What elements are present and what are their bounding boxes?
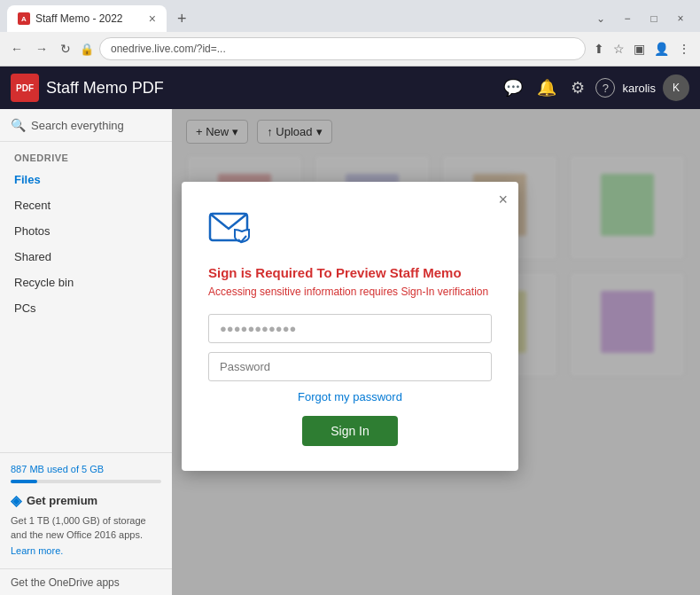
sidebar-item-shared[interactable]: Shared xyxy=(0,244,172,270)
email-field[interactable] xyxy=(208,314,492,343)
address-input[interactable] xyxy=(99,37,586,60)
back-button[interactable]: ← xyxy=(7,38,27,59)
sidebar-item-recycle-bin[interactable]: Recycle bin xyxy=(0,270,172,295)
modal-close-button[interactable]: × xyxy=(498,191,508,209)
sidebar-section-label: OneDrive xyxy=(0,142,172,167)
profile-icon[interactable]: 👤 xyxy=(651,39,672,59)
window-controls: ⌄ − □ × xyxy=(588,10,693,27)
onedrive-apps-link[interactable]: Get the OneDrive apps xyxy=(0,568,172,595)
menu-icon[interactable]: ⋮ xyxy=(675,39,693,59)
sign-in-button[interactable]: Sign In xyxy=(302,416,398,446)
premium-section: ◈ Get premium Get 1 TB (1,000 GB) of sto… xyxy=(11,492,161,558)
browser-chrome: A Staff Memo - 2022 × + ⌄ − □ × ← → ↻ 🔒 … xyxy=(0,0,700,67)
modal-subtitle: Accessing sensitive information requires… xyxy=(208,286,492,298)
password-field[interactable] xyxy=(208,352,492,381)
sidebar-item-photos[interactable]: Photos xyxy=(0,218,172,244)
forward-button[interactable]: → xyxy=(32,38,51,59)
minimize-button[interactable]: − xyxy=(615,10,640,27)
app-logo: PDF Staff Memo PDF xyxy=(11,74,164,102)
mail-shield-icon xyxy=(208,207,258,249)
modal-overlay: × Sign is Required To Preview Staff Memo… xyxy=(172,109,700,595)
app-title: Staff Memo PDF xyxy=(46,79,164,98)
sidebar-bottom: 887 MB used of 5 GB ◈ Get premium Get 1 … xyxy=(0,452,172,568)
storage-bar-fill xyxy=(11,480,37,483)
sign-in-modal: × Sign is Required To Preview Staff Memo… xyxy=(182,182,518,471)
tab-title: Staff Memo - 2022 xyxy=(35,12,144,25)
bell-icon[interactable]: 🔔 xyxy=(533,74,560,101)
storage-bar-background xyxy=(11,480,161,483)
tab-favicon: A xyxy=(18,12,30,25)
storage-label: 887 MB used of 5 GB xyxy=(11,464,161,474)
address-icons: ⬆ ☆ ▣ 👤 ⋮ xyxy=(591,39,693,59)
main-content: + New ▾ ↑ Upload ▾ xyxy=(172,109,700,595)
logo-text: PDF xyxy=(16,83,34,93)
learn-more-link[interactable]: Learn more. xyxy=(11,545,63,556)
sidebar: 🔍 Search everything OneDrive Files Recen… xyxy=(0,109,172,595)
close-button[interactable]: × xyxy=(668,10,693,27)
lock-icon: 🔒 xyxy=(80,43,94,56)
chevron-down-icon[interactable]: ⌄ xyxy=(588,10,613,27)
header-icons: 💬 🔔 ⚙ ? karolis K xyxy=(500,74,689,101)
search-label: Search everything xyxy=(31,119,124,132)
tab-close-button[interactable]: × xyxy=(149,12,156,26)
split-view-icon[interactable]: ▣ xyxy=(631,39,648,59)
maximize-button[interactable]: □ xyxy=(642,10,666,27)
active-tab[interactable]: A Staff Memo - 2022 × xyxy=(7,5,167,32)
username: karolis xyxy=(622,82,656,95)
diamond-icon: ◈ xyxy=(11,492,21,509)
forgot-password-link[interactable]: Forgot my password xyxy=(208,390,492,403)
modal-title: Sign is Required To Preview Staff Memo xyxy=(208,265,492,280)
premium-title: ◈ Get premium xyxy=(11,492,161,509)
tab-bar: A Staff Memo - 2022 × + ⌄ − □ × xyxy=(0,0,700,32)
sidebar-item-files[interactable]: Files xyxy=(0,167,172,192)
share-icon[interactable]: ⬆ xyxy=(591,39,607,59)
logo-icon: PDF xyxy=(11,74,39,102)
app-header: PDF Staff Memo PDF 💬 🔔 ⚙ ? karolis K xyxy=(0,67,700,109)
sidebar-item-pcs[interactable]: PCs xyxy=(0,295,172,321)
search-bar[interactable]: 🔍 Search everything xyxy=(0,109,172,142)
chat-icon[interactable]: 💬 xyxy=(500,74,526,101)
new-tab-button[interactable]: + xyxy=(170,8,194,30)
address-bar: ← → ↻ 🔒 ⬆ ☆ ▣ 👤 ⋮ xyxy=(0,32,700,66)
refresh-button[interactable]: ↻ xyxy=(57,38,74,59)
search-icon: 🔍 xyxy=(11,118,26,132)
app-container: PDF Staff Memo PDF 💬 🔔 ⚙ ? karolis K 🔍 S… xyxy=(0,67,700,595)
avatar[interactable]: K xyxy=(663,74,689,101)
premium-description: Get 1 TB (1,000 GB) of storage and the n… xyxy=(11,514,161,542)
app-body: 🔍 Search everything OneDrive Files Recen… xyxy=(0,109,700,595)
sidebar-item-recent[interactable]: Recent xyxy=(0,192,172,218)
settings-icon[interactable]: ⚙ xyxy=(567,74,588,101)
help-icon[interactable]: ? xyxy=(595,78,615,98)
bookmark-icon[interactable]: ☆ xyxy=(611,39,627,59)
